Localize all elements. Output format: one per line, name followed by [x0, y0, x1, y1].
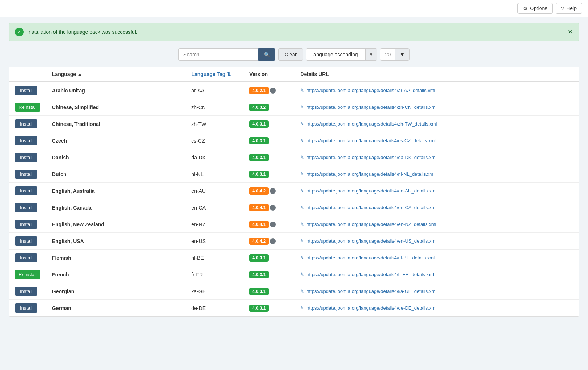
details-url-link[interactable]: https://update.joomla.org/language/detai…	[306, 222, 436, 227]
details-url-link[interactable]: https://update.joomla.org/language/detai…	[306, 255, 435, 260]
clear-button[interactable]: Clear	[278, 48, 303, 61]
language-tag: zh-CN	[185, 99, 243, 116]
info-icon[interactable]: i	[270, 205, 276, 211]
language-tag-col-label: Language Tag	[191, 71, 225, 77]
install-button[interactable]: Install	[15, 253, 37, 262]
install-button[interactable]: Install	[15, 303, 37, 313]
version-badge: 4.0.4.1	[249, 204, 269, 211]
install-button[interactable]: Install	[15, 136, 37, 145]
reinstall-button[interactable]: Reinstall	[15, 103, 40, 112]
language-name: Flemish	[46, 250, 186, 266]
details-url-link[interactable]: https://update.joomla.org/language/detai…	[306, 272, 434, 277]
install-button[interactable]: Install	[15, 119, 37, 128]
details-url-link[interactable]: https://update.joomla.org/language/detai…	[306, 205, 436, 210]
install-button[interactable]: Install	[15, 203, 37, 212]
install-button[interactable]: Install	[15, 236, 37, 246]
details-url-link[interactable]: https://update.joomla.org/language/detai…	[306, 238, 436, 244]
col-header-action	[9, 67, 46, 82]
details-col-label: Details URL	[300, 71, 329, 77]
info-icon[interactable]: i	[270, 222, 276, 227]
sort-select[interactable]: Language ascending Language descending V…	[306, 49, 365, 60]
external-link-icon: ✎	[300, 104, 304, 110]
version-cell: 4.0.3.1	[243, 300, 294, 317]
details-url-link[interactable]: https://update.joomla.org/language/detai…	[306, 305, 436, 311]
info-icon[interactable]: i	[270, 88, 276, 94]
version-badge: 4.0.2.1	[249, 87, 269, 94]
table-row: ReinstallFrenchfr-FR4.0.3.1✎https://upda…	[9, 266, 579, 283]
details-cell: ✎https://update.joomla.org/language/deta…	[294, 99, 579, 116]
language-tag: en-NZ	[185, 216, 243, 233]
install-button[interactable]: Install	[15, 220, 37, 229]
version-badge: 4.0.4.2	[249, 238, 269, 245]
language-tag: ar-AA	[185, 82, 243, 99]
question-icon: ?	[561, 5, 564, 11]
col-header-language-tag[interactable]: Language Tag ⇅	[185, 67, 243, 82]
details-cell: ✎https://update.joomla.org/language/deta…	[294, 300, 579, 317]
details-url-link[interactable]: https://update.joomla.org/language/detai…	[306, 171, 434, 177]
version-cell: 4.0.4.1i	[243, 199, 294, 216]
version-badge: 4.0.3.1	[249, 254, 269, 262]
details-url-link[interactable]: https://update.joomla.org/language/detai…	[306, 104, 436, 110]
language-name: English, Canada	[46, 199, 186, 216]
success-icon: ✓	[15, 28, 24, 36]
table-row: InstallFlemishnl-BE4.0.3.1✎https://updat…	[9, 250, 579, 266]
details-url-link[interactable]: https://update.joomla.org/language/detai…	[306, 88, 435, 93]
table-row: InstallGermande-DE4.0.3.1✎https://update…	[9, 300, 579, 317]
options-label: Options	[530, 5, 547, 11]
language-name: Dutch	[46, 166, 186, 183]
external-link-icon: ✎	[300, 205, 304, 210]
details-url-link[interactable]: https://update.joomla.org/language/detai…	[306, 155, 436, 160]
table-row: InstallDanishda-DK4.0.3.1✎https://update…	[9, 149, 579, 166]
page-size-value: 20	[380, 49, 395, 60]
version-cell: 4.0.3.1	[243, 283, 294, 300]
sort-asc-icon: ▲	[77, 71, 82, 77]
info-icon[interactable]: i	[270, 188, 276, 194]
sort-dropdown[interactable]: Language ascending Language descending V…	[306, 48, 378, 61]
language-name: English, New Zealand	[46, 216, 186, 233]
help-label: Help	[566, 5, 577, 11]
search-input[interactable]	[178, 48, 258, 61]
install-button[interactable]: Install	[15, 153, 37, 162]
version-cell: 4.0.3.1	[243, 266, 294, 283]
details-url-link[interactable]: https://update.joomla.org/language/detai…	[306, 188, 436, 194]
install-button[interactable]: Install	[15, 287, 37, 296]
details-url-link[interactable]: https://update.joomla.org/language/detai…	[306, 121, 437, 127]
table-header-row: Language ▲ Language Tag ⇅ Version Detail…	[9, 67, 579, 82]
main-content: ✓ Installation of the language pack was …	[0, 17, 588, 322]
language-col-label: Language	[52, 71, 76, 77]
col-header-language[interactable]: Language ▲	[46, 67, 186, 82]
details-url-link[interactable]: https://update.joomla.org/language/detai…	[306, 289, 436, 294]
language-tag: da-DK	[185, 149, 243, 166]
search-button[interactable]: 🔍	[258, 48, 275, 61]
version-badge: 4.0.3.1	[249, 271, 269, 278]
language-tag: nl-BE	[185, 250, 243, 266]
language-tag: en-AU	[185, 183, 243, 199]
table-row: InstallGeorgianka-GE4.0.3.1✎https://upda…	[9, 283, 579, 300]
details-url-link[interactable]: https://update.joomla.org/language/detai…	[306, 138, 436, 143]
table-row: InstallEnglish, New Zealanden-NZ4.0.4.1i…	[9, 216, 579, 233]
version-badge: 4.0.3.1	[249, 137, 269, 144]
version-cell: 4.0.4.2i	[243, 233, 294, 250]
external-link-icon: ✎	[300, 255, 304, 260]
language-tag-sort-link[interactable]: Language Tag ⇅	[191, 71, 231, 77]
version-badge: 4.0.3.1	[249, 288, 269, 295]
version-badge: 4.0.3.1	[249, 171, 269, 178]
language-name: English, USA	[46, 233, 186, 250]
version-badge: 4.0.4.2	[249, 187, 269, 195]
details-cell: ✎https://update.joomla.org/language/deta…	[294, 233, 579, 250]
info-icon[interactable]: i	[270, 238, 276, 244]
external-link-icon: ✎	[300, 222, 304, 227]
options-button[interactable]: ⚙ Options	[517, 3, 553, 14]
language-table-container: Language ▲ Language Tag ⇅ Version Detail…	[9, 67, 579, 317]
reinstall-button[interactable]: Reinstall	[15, 270, 40, 279]
page-size-dropdown[interactable]: 20 ▼	[380, 48, 409, 61]
help-button[interactable]: ? Help	[556, 3, 582, 14]
table-row: InstallEnglish, USAen-US4.0.4.2i✎https:/…	[9, 233, 579, 250]
success-banner-left: ✓ Installation of the language pack was …	[15, 28, 137, 36]
language-name: German	[46, 300, 186, 317]
install-button[interactable]: Install	[15, 86, 37, 95]
language-tag: fr-FR	[185, 266, 243, 283]
close-banner-button[interactable]: ✕	[568, 29, 573, 35]
install-button[interactable]: Install	[15, 170, 37, 179]
install-button[interactable]: Install	[15, 186, 37, 195]
